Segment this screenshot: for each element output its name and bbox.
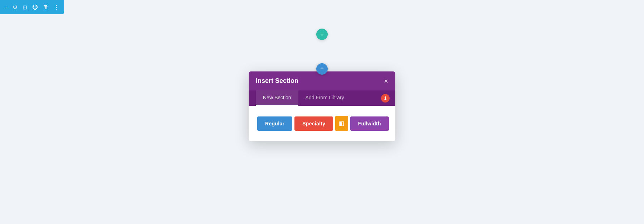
window-icon[interactable]: ⊡ <box>23 4 27 11</box>
dialog-tabs: New Section Add From Library 1 <box>249 90 395 106</box>
dialog-close-button[interactable]: × <box>384 78 388 85</box>
specialty-icon-button[interactable]: ◧ <box>335 116 348 131</box>
insert-section-dialog: Insert Section × New Section Add From Li… <box>249 71 395 141</box>
add-section-middle-button[interactable]: + <box>316 63 328 75</box>
specialty-layout-icon: ◧ <box>339 120 344 126</box>
tab-new-section[interactable]: New Section <box>256 90 298 106</box>
fullwidth-section-button[interactable]: Fullwidth <box>350 116 389 131</box>
plus-icon-top: + <box>320 31 324 38</box>
dialog-body: Regular Specialty ◧ Fullwidth <box>249 106 395 141</box>
toolbar: + ⚙ ⊡ ⏻ 🗑 ⋮ <box>0 0 64 14</box>
add-icon[interactable]: + <box>4 4 8 10</box>
more-icon[interactable]: ⋮ <box>54 4 59 11</box>
settings-icon[interactable]: ⚙ <box>13 4 18 11</box>
library-badge: 1 <box>381 94 390 103</box>
plus-icon-middle: + <box>320 65 324 73</box>
add-section-top-button[interactable]: + <box>316 29 328 40</box>
tab-add-from-library[interactable]: Add From Library <box>298 90 351 106</box>
specialty-section-button[interactable]: Specialty <box>294 116 333 131</box>
regular-section-button[interactable]: Regular <box>257 116 292 131</box>
power-icon[interactable]: ⏻ <box>32 4 38 10</box>
trash-icon[interactable]: 🗑 <box>43 4 49 10</box>
dialog-title: Insert Section <box>256 77 298 85</box>
